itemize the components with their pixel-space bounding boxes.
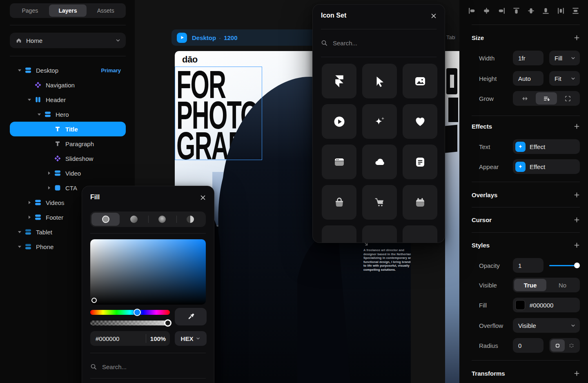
page-selector[interactable]: Home	[10, 33, 126, 48]
caret-right-icon[interactable]	[44, 171, 54, 175]
icon-tile-partial[interactable]	[322, 225, 356, 243]
add-transform-button[interactable]	[574, 370, 580, 376]
grow-horizontal-option[interactable]	[514, 92, 536, 105]
caret-down-icon[interactable]	[15, 246, 24, 248]
calendar-icon	[414, 196, 427, 209]
tablet-frame[interactable]	[445, 51, 459, 383]
tab-layers[interactable]: Layers	[49, 4, 87, 17]
add-effect-button[interactable]	[574, 123, 580, 129]
add-size-button[interactable]	[574, 35, 580, 41]
layer-row-slideshow[interactable]: Slideshow	[10, 151, 126, 166]
search-placeholder: Search...	[333, 40, 357, 47]
caret-right-icon[interactable]	[44, 186, 54, 189]
fill-linear-gradient-option[interactable]	[120, 213, 148, 226]
layer-row-navigation[interactable]: Navigation	[10, 78, 126, 92]
distribute-horizontal-icon[interactable]	[557, 7, 565, 15]
color-format-select[interactable]: HEX	[175, 331, 207, 346]
icon-tile-partial[interactable]	[403, 225, 437, 243]
close-icon[interactable]	[199, 194, 207, 201]
icon-tile-cart[interactable]	[362, 185, 397, 220]
add-style-button[interactable]	[574, 242, 580, 248]
radius-individual-option[interactable]	[565, 339, 579, 352]
overflow-select[interactable]: Visible	[513, 318, 580, 333]
color-swatch[interactable]	[515, 300, 525, 310]
opacity-slider[interactable]	[549, 258, 580, 273]
hue-thumb[interactable]	[134, 309, 141, 316]
icon-search-field[interactable]: Search...	[321, 36, 437, 50]
caret-down-icon[interactable]	[24, 99, 34, 101]
icon-tile-bag[interactable]	[322, 185, 356, 220]
grow-scale-option[interactable]	[557, 92, 579, 105]
slider-thumb[interactable]	[574, 263, 580, 268]
eyedropper-button[interactable]	[175, 308, 207, 325]
site-logo[interactable]: dāo	[182, 54, 198, 65]
fill-color-control[interactable]: #000000	[513, 298, 580, 312]
caret-right-icon[interactable]	[24, 201, 34, 204]
layer-row-paragraph[interactable]: Paragraph	[10, 136, 126, 151]
layer-row-desktop[interactable]: Desktop Primary	[10, 63, 126, 78]
tablet-frame-label[interactable]: Tablet	[446, 34, 455, 40]
alpha-value-input[interactable]: 100%	[146, 335, 170, 342]
caret-down-icon[interactable]	[34, 114, 44, 116]
layer-row-title-selected[interactable]: Title	[10, 122, 126, 136]
add-overlay-button[interactable]	[574, 192, 580, 198]
icon-tile-note[interactable]	[403, 145, 437, 179]
icon-tile-framer[interactable]	[322, 64, 356, 98]
caret-down-icon[interactable]	[15, 231, 24, 233]
icon-tile-image[interactable]	[403, 64, 437, 98]
align-right-icon[interactable]	[497, 7, 506, 15]
layer-row-header[interactable]: Header	[10, 92, 126, 107]
icon-tile-app-window[interactable]	[322, 145, 356, 179]
distribute-vertical-icon[interactable]	[571, 7, 580, 15]
radius-uniform-option[interactable]	[550, 339, 565, 352]
half-circle-icon	[187, 216, 194, 223]
preview-play-button[interactable]	[177, 33, 187, 43]
width-mode-select[interactable]: Fill	[549, 51, 580, 65]
tab-assets[interactable]: Assets	[87, 4, 125, 17]
caret-down-icon[interactable]	[15, 69, 24, 71]
stack-icon	[24, 67, 32, 74]
align-left-icon[interactable]	[468, 7, 476, 15]
alpha-thumb[interactable]	[164, 319, 172, 327]
alpha-slider[interactable]	[90, 321, 170, 325]
about-text-block[interactable]: A freelance art director and designer ba…	[363, 241, 411, 272]
align-top-icon[interactable]	[512, 7, 521, 15]
selection-outline[interactable]	[175, 67, 262, 160]
radius-input[interactable]: 0	[513, 338, 543, 353]
layer-row-video[interactable]: Video	[10, 166, 126, 180]
grow-list-option[interactable]	[536, 92, 557, 105]
icon-tile-sparkles[interactable]	[362, 104, 397, 139]
icon-tile-heart[interactable]	[403, 104, 437, 139]
opacity-input[interactable]: 1	[513, 258, 543, 273]
icon-tile-partial[interactable]	[362, 225, 397, 243]
text-effect-pill[interactable]: Effect	[513, 139, 580, 154]
icon-tile-cloud[interactable]	[362, 145, 397, 179]
fill-solid-option[interactable]	[91, 213, 120, 226]
visible-true-option[interactable]: True	[514, 279, 546, 291]
saturation-value-picker[interactable]	[90, 239, 206, 305]
icon-tile-cursor[interactable]	[362, 64, 397, 98]
hex-value-input[interactable]: #000000	[90, 335, 146, 342]
icon-tile-play[interactable]	[322, 104, 356, 139]
height-mode-select[interactable]: Fit	[549, 71, 580, 86]
caret-right-icon[interactable]	[24, 216, 34, 219]
close-icon[interactable]	[430, 12, 437, 20]
fill-image-option[interactable]	[176, 213, 205, 226]
icon-tile-calendar[interactable]	[403, 185, 437, 220]
width-input[interactable]: 1fr	[513, 51, 543, 65]
hue-slider[interactable]	[90, 310, 170, 315]
layer-row-hero[interactable]: Hero	[10, 107, 126, 122]
align-center-horizontal-icon[interactable]	[482, 7, 491, 15]
height-input[interactable]: Auto	[513, 71, 543, 86]
align-bottom-icon[interactable]	[541, 7, 550, 15]
appear-effect-pill[interactable]: Effect	[513, 159, 580, 174]
align-center-vertical-icon[interactable]	[527, 7, 535, 15]
color-picker-thumb[interactable]	[91, 298, 97, 303]
add-cursor-button[interactable]	[574, 217, 580, 223]
tab-pages[interactable]: Pages	[11, 4, 49, 17]
fill-search-field[interactable]: Search...	[90, 359, 206, 374]
cursor-section-header: Cursor	[472, 212, 580, 227]
fill-radial-gradient-option[interactable]	[148, 213, 176, 226]
divider	[472, 207, 580, 207]
visible-no-option[interactable]: No	[546, 279, 579, 291]
